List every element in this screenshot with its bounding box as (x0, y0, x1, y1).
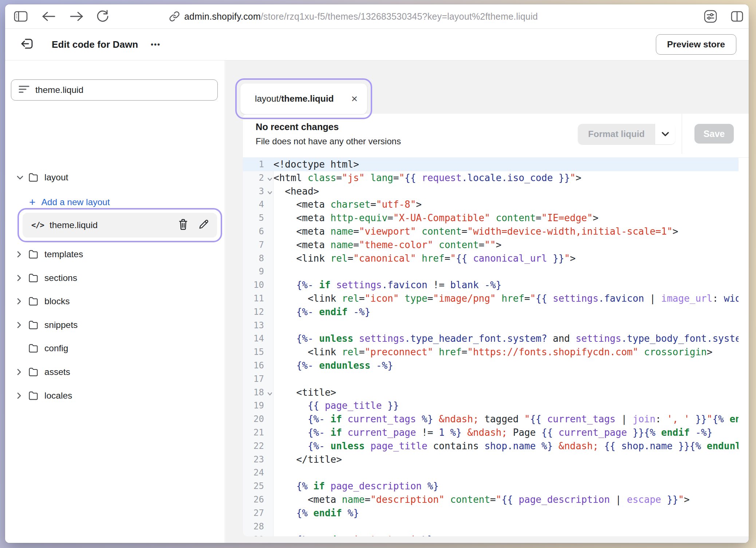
code-line[interactable]: 2<html class="js" lang="{{ request.local… (243, 171, 739, 185)
code-line[interactable]: 7 <meta name="theme-color" content=""> (243, 238, 739, 252)
line-number: 18 (243, 386, 273, 399)
line-number: 17 (243, 372, 273, 386)
code-line[interactable]: 1<!doctype html> (243, 158, 739, 171)
code-line[interactable]: 23 </title> (243, 453, 739, 466)
tab-layout-theme-liquid[interactable]: layout/theme.liquid × (240, 83, 367, 114)
sidebar-item-config[interactable]: config (5, 340, 225, 357)
code-line-text: <head> (273, 185, 739, 198)
code-lines: 1<!doctype html>2<html class="js" lang="… (243, 158, 739, 536)
format-liquid-label: Format liquid (578, 124, 655, 144)
code-line[interactable]: 28 (243, 520, 739, 533)
close-tab-icon[interactable]: × (351, 93, 358, 104)
fold-chevron-icon[interactable] (267, 172, 273, 185)
chevron-right-icon[interactable] (16, 392, 24, 399)
line-number: 16 (243, 359, 273, 372)
back-arrow-icon[interactable] (42, 11, 56, 22)
sidebar-item-assets[interactable]: assets (5, 364, 225, 380)
code-line-text: <meta name="theme-color" content=""> (273, 238, 739, 252)
code-line[interactable]: 17 (243, 372, 739, 386)
code-line[interactable]: 5 <meta http-equiv="X-UA-Compatible" con… (243, 211, 739, 225)
code-line[interactable]: 4 <meta charset="utf-8"> (243, 198, 739, 211)
file-search-input[interactable]: theme.liquid (11, 79, 218, 101)
line-number: 14 (243, 332, 273, 345)
reload-icon[interactable] (96, 10, 109, 23)
page-title: Edit code for Dawn (52, 39, 138, 50)
code-line-text (273, 372, 739, 386)
chevron-right-icon[interactable] (16, 298, 24, 305)
code-line[interactable]: 6 <meta name="viewport" content="width=d… (243, 225, 739, 238)
format-liquid-button[interactable]: Format liquid (578, 124, 675, 144)
code-line-text: {%- unless page_title contains shop.name… (273, 439, 739, 453)
line-number: 21 (243, 426, 273, 439)
code-line[interactable]: 24 (243, 466, 739, 480)
sidebar-item-sections[interactable]: sections (5, 270, 225, 286)
split-view-icon[interactable] (731, 11, 743, 22)
chevron-right-icon[interactable] (16, 368, 24, 376)
code-line[interactable]: 15 <link rel="preconnect" href="https://… (243, 345, 739, 359)
header-divider (682, 114, 682, 154)
code-line[interactable]: 26 <meta name="description" content="{{ … (243, 493, 739, 506)
chevron-right-icon[interactable] (16, 321, 24, 329)
code-line[interactable]: 3 <head> (243, 185, 739, 198)
rename-file-icon[interactable] (198, 219, 209, 232)
code-line[interactable]: 8 <link rel="canonical" href="{{ canonic… (243, 252, 739, 265)
code-line[interactable]: 29 {% render 'meta-tags' %} (243, 533, 739, 536)
sidebar-toggle-icon[interactable] (14, 11, 28, 22)
folder-icon (28, 250, 38, 259)
preview-store-button[interactable]: Preview store (656, 34, 736, 55)
code-line-text: {{ page_title }} (273, 399, 739, 412)
code-line-text: {%- endunless -%} (273, 359, 739, 372)
sidebar-item-snippets[interactable]: snippets (5, 317, 225, 333)
address-bar[interactable]: admin.shopify.com/store/rzq1xu-f5/themes… (184, 4, 538, 29)
sidebar-item-theme-liquid[interactable]: </> theme.liquid (23, 213, 217, 238)
sidebar-item-layout[interactable]: layout (5, 169, 225, 186)
chevron-right-icon[interactable] (16, 251, 24, 258)
chevron-right-icon[interactable] (16, 274, 24, 282)
code-line-text: {%- unless settings.type_header_font.sys… (273, 332, 739, 345)
sidebar-item-templates[interactable]: templates (5, 246, 225, 263)
fold-chevron-icon[interactable] (267, 387, 273, 400)
code-line[interactable]: 14 {%- unless settings.type_header_font.… (243, 332, 739, 345)
line-number: 1 (243, 158, 273, 171)
line-number: 22 (243, 439, 273, 453)
page-settings-icon[interactable] (704, 10, 717, 23)
folder-icon (28, 368, 38, 376)
code-line-text: {%- if settings.favicon != blank -%} (273, 278, 739, 292)
code-line[interactable]: 13 (243, 319, 739, 332)
code-line[interactable]: 27 {% endif %} (243, 506, 739, 520)
code-line-text: <!doctype html> (273, 158, 739, 171)
code-line[interactable]: 9 (243, 265, 739, 278)
delete-file-icon[interactable] (178, 219, 189, 232)
code-line[interactable]: 10 {%- if settings.favicon != blank -%} (243, 278, 739, 292)
code-line[interactable]: 16 {%- endunless -%} (243, 359, 739, 372)
code-line-text: </title> (273, 453, 739, 466)
code-line[interactable]: 11 <link rel="icon" type="image/png" hre… (243, 292, 739, 305)
tab-dir: layout/ (255, 94, 281, 104)
chevron-down-icon[interactable] (16, 175, 24, 180)
code-line[interactable]: 21 {%- if current_page != 1 %} &ndash; P… (243, 426, 739, 439)
code-file-icon: </> (31, 221, 44, 230)
link-icon (169, 11, 180, 22)
code-line[interactable]: 19 {{ page_title }} (243, 399, 739, 412)
code-editor[interactable]: 1<!doctype html>2<html class="js" lang="… (243, 158, 749, 536)
code-line[interactable]: 22 {%- unless page_title contains shop.n… (243, 439, 739, 453)
sidebar-item-locales[interactable]: locales (5, 387, 225, 404)
line-number: 13 (243, 319, 273, 332)
exit-editor-icon[interactable] (20, 36, 35, 52)
code-line-text: {%- if current_tags %} &ndash; tagged "{… (273, 412, 739, 426)
forward-arrow-icon[interactable] (69, 11, 84, 22)
format-dropdown-toggle[interactable] (655, 124, 675, 144)
folder-label: sections (44, 273, 77, 283)
code-line-text: <link rel="preconnect" href="https://fon… (273, 345, 739, 359)
code-line-text: <meta charset="utf-8"> (273, 198, 739, 211)
code-line-text: {% if page_description %} (273, 480, 739, 493)
folder-label: config (44, 343, 68, 353)
code-line[interactable]: 18 <title> (243, 386, 739, 399)
sidebar-item-blocks[interactable]: blocks (5, 293, 225, 310)
save-button[interactable]: Save (694, 124, 734, 144)
more-actions-button[interactable]: ••• (151, 40, 161, 49)
fold-chevron-icon[interactable] (267, 185, 273, 199)
code-line[interactable]: 20 {%- if current_tags %} &ndash; tagged… (243, 412, 739, 426)
code-line[interactable]: 25 {% if page_description %} (243, 480, 739, 493)
code-line[interactable]: 12 {%- endif -%} (243, 305, 739, 319)
